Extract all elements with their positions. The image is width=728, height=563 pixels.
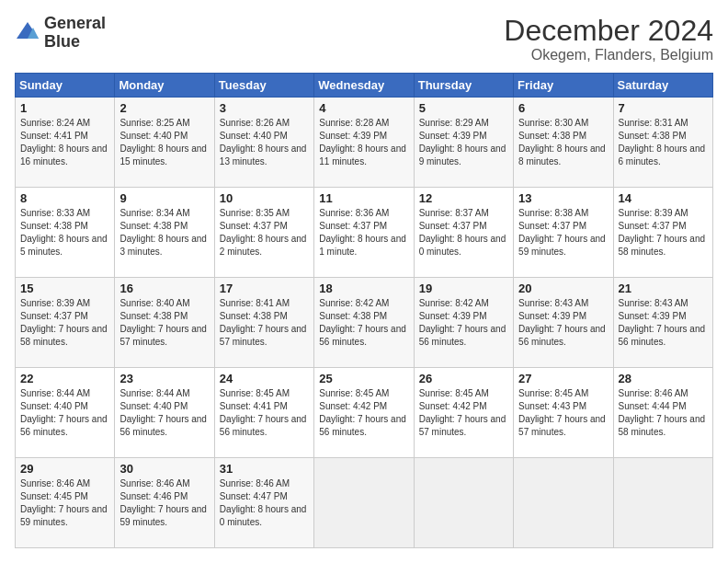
day-number: 9 (119, 191, 209, 205)
day-number: 15 (20, 282, 109, 295)
day-info: Sunrise: 8:45 AMSunset: 4:43 PMDaylight:… (518, 387, 608, 439)
calendar-cell: 5Sunrise: 8:29 AMSunset: 4:39 PMDaylight… (414, 98, 513, 188)
col-sunday: Sunday (16, 74, 115, 98)
day-info: Sunrise: 8:24 AMSunset: 4:41 PMDaylight:… (20, 117, 109, 168)
day-info: Sunrise: 8:30 AMSunset: 4:38 PMDaylight:… (518, 117, 608, 168)
day-info: Sunrise: 8:46 AMSunset: 4:46 PMDaylight:… (119, 477, 209, 529)
day-number: 25 (319, 372, 408, 385)
day-info: Sunrise: 8:46 AMSunset: 4:45 PMDaylight:… (20, 477, 109, 529)
day-info: Sunrise: 8:33 AMSunset: 4:38 PMDaylight:… (20, 207, 109, 259)
day-number: 1 (20, 101, 109, 115)
day-number: 14 (619, 191, 708, 205)
calendar-cell: 25Sunrise: 8:45 AMSunset: 4:42 PMDayligh… (314, 368, 414, 458)
col-thursday: Thursday (414, 74, 513, 98)
day-number: 6 (518, 101, 608, 115)
day-number: 29 (20, 462, 109, 476)
calendar-cell (314, 458, 414, 548)
day-info: Sunrise: 8:37 AMSunset: 4:37 PMDaylight:… (419, 207, 508, 259)
day-number: 20 (518, 282, 608, 295)
day-number: 21 (619, 282, 708, 295)
logo-icon (15, 20, 40, 46)
calendar-row-4: 22Sunrise: 8:44 AMSunset: 4:40 PMDayligh… (16, 368, 713, 458)
calendar-cell (613, 458, 712, 548)
calendar-cell: 28Sunrise: 8:46 AMSunset: 4:44 PMDayligh… (613, 368, 712, 458)
day-info: Sunrise: 8:45 AMSunset: 4:42 PMDaylight:… (319, 387, 408, 439)
day-info: Sunrise: 8:36 AMSunset: 4:37 PMDaylight:… (319, 207, 408, 259)
day-info: Sunrise: 8:35 AMSunset: 4:37 PMDaylight:… (220, 207, 309, 259)
calendar-cell: 3Sunrise: 8:26 AMSunset: 4:40 PMDaylight… (214, 98, 313, 188)
calendar-cell: 12Sunrise: 8:37 AMSunset: 4:37 PMDayligh… (414, 188, 513, 278)
calendar-cell: 29Sunrise: 8:46 AMSunset: 4:45 PMDayligh… (16, 458, 115, 548)
day-info: Sunrise: 8:43 AMSunset: 4:39 PMDaylight:… (518, 297, 608, 349)
header: General Blue December 2024 Okegem, Fland… (15, 15, 713, 63)
day-number: 24 (220, 372, 309, 385)
calendar-row-2: 8Sunrise: 8:33 AMSunset: 4:38 PMDaylight… (16, 188, 713, 278)
day-info: Sunrise: 8:29 AMSunset: 4:39 PMDaylight:… (419, 117, 508, 168)
logo: General Blue (15, 15, 106, 52)
day-info: Sunrise: 8:44 AMSunset: 4:40 PMDaylight:… (20, 387, 109, 439)
calendar-subtitle: Okegem, Flanders, Belgium (504, 47, 713, 63)
logo-text: General Blue (44, 15, 106, 52)
calendar-row-5: 29Sunrise: 8:46 AMSunset: 4:45 PMDayligh… (16, 458, 713, 548)
col-saturday: Saturday (613, 74, 712, 98)
day-number: 19 (419, 282, 508, 295)
calendar-title: December 2024 (504, 15, 713, 47)
day-info: Sunrise: 8:45 AMSunset: 4:42 PMDaylight:… (419, 387, 508, 439)
day-info: Sunrise: 8:43 AMSunset: 4:39 PMDaylight:… (619, 297, 708, 349)
calendar-cell: 18Sunrise: 8:42 AMSunset: 4:38 PMDayligh… (314, 278, 414, 368)
day-number: 17 (220, 282, 309, 295)
day-number: 26 (419, 372, 508, 385)
day-number: 27 (518, 372, 608, 385)
day-info: Sunrise: 8:42 AMSunset: 4:39 PMDaylight:… (419, 297, 508, 349)
calendar-cell: 19Sunrise: 8:42 AMSunset: 4:39 PMDayligh… (414, 278, 513, 368)
page: General Blue December 2024 Okegem, Fland… (0, 0, 728, 563)
day-number: 11 (319, 191, 408, 205)
day-info: Sunrise: 8:42 AMSunset: 4:38 PMDaylight:… (319, 297, 408, 349)
calendar-cell: 20Sunrise: 8:43 AMSunset: 4:39 PMDayligh… (514, 278, 613, 368)
day-info: Sunrise: 8:39 AMSunset: 4:37 PMDaylight:… (20, 297, 109, 349)
day-number: 16 (119, 282, 209, 295)
logo-line1: General (44, 15, 106, 33)
calendar-cell: 9Sunrise: 8:34 AMSunset: 4:38 PMDaylight… (115, 188, 214, 278)
calendar-cell: 27Sunrise: 8:45 AMSunset: 4:43 PMDayligh… (514, 368, 613, 458)
calendar-cell: 7Sunrise: 8:31 AMSunset: 4:38 PMDaylight… (613, 98, 712, 188)
title-block: December 2024 Okegem, Flanders, Belgium (504, 15, 713, 63)
day-info: Sunrise: 8:25 AMSunset: 4:40 PMDaylight:… (119, 117, 209, 168)
calendar-cell: 13Sunrise: 8:38 AMSunset: 4:37 PMDayligh… (514, 188, 613, 278)
calendar-row-3: 15Sunrise: 8:39 AMSunset: 4:37 PMDayligh… (16, 278, 713, 368)
calendar-cell: 8Sunrise: 8:33 AMSunset: 4:38 PMDaylight… (16, 188, 115, 278)
day-number: 13 (518, 191, 608, 205)
col-wednesday: Wednesday (314, 74, 414, 98)
col-friday: Friday (514, 74, 613, 98)
day-number: 22 (20, 372, 109, 385)
calendar-cell: 24Sunrise: 8:45 AMSunset: 4:41 PMDayligh… (214, 368, 313, 458)
day-info: Sunrise: 8:40 AMSunset: 4:38 PMDaylight:… (119, 297, 209, 349)
day-info: Sunrise: 8:44 AMSunset: 4:40 PMDaylight:… (119, 387, 209, 439)
calendar-cell: 30Sunrise: 8:46 AMSunset: 4:46 PMDayligh… (115, 458, 214, 548)
day-number: 5 (419, 101, 508, 115)
calendar-cell: 23Sunrise: 8:44 AMSunset: 4:40 PMDayligh… (115, 368, 214, 458)
day-info: Sunrise: 8:41 AMSunset: 4:38 PMDaylight:… (220, 297, 309, 349)
col-tuesday: Tuesday (214, 74, 313, 98)
day-number: 10 (220, 191, 309, 205)
day-number: 2 (119, 101, 209, 115)
day-number: 8 (20, 191, 109, 205)
calendar-cell: 21Sunrise: 8:43 AMSunset: 4:39 PMDayligh… (613, 278, 712, 368)
day-info: Sunrise: 8:46 AMSunset: 4:47 PMDaylight:… (220, 477, 309, 529)
calendar-cell: 16Sunrise: 8:40 AMSunset: 4:38 PMDayligh… (115, 278, 214, 368)
day-number: 18 (319, 282, 408, 295)
calendar-cell: 15Sunrise: 8:39 AMSunset: 4:37 PMDayligh… (16, 278, 115, 368)
calendar-cell: 11Sunrise: 8:36 AMSunset: 4:37 PMDayligh… (314, 188, 414, 278)
calendar-cell: 2Sunrise: 8:25 AMSunset: 4:40 PMDaylight… (115, 98, 214, 188)
calendar-cell (414, 458, 513, 548)
calendar-cell: 17Sunrise: 8:41 AMSunset: 4:38 PMDayligh… (214, 278, 313, 368)
calendar-cell: 26Sunrise: 8:45 AMSunset: 4:42 PMDayligh… (414, 368, 513, 458)
day-info: Sunrise: 8:34 AMSunset: 4:38 PMDaylight:… (119, 207, 209, 259)
calendar-cell: 10Sunrise: 8:35 AMSunset: 4:37 PMDayligh… (214, 188, 313, 278)
col-monday: Monday (115, 74, 214, 98)
day-number: 30 (119, 462, 209, 476)
calendar-cell: 4Sunrise: 8:28 AMSunset: 4:39 PMDaylight… (314, 98, 414, 188)
day-number: 23 (119, 372, 209, 385)
day-number: 4 (319, 101, 408, 115)
day-info: Sunrise: 8:28 AMSunset: 4:39 PMDaylight:… (319, 117, 408, 168)
